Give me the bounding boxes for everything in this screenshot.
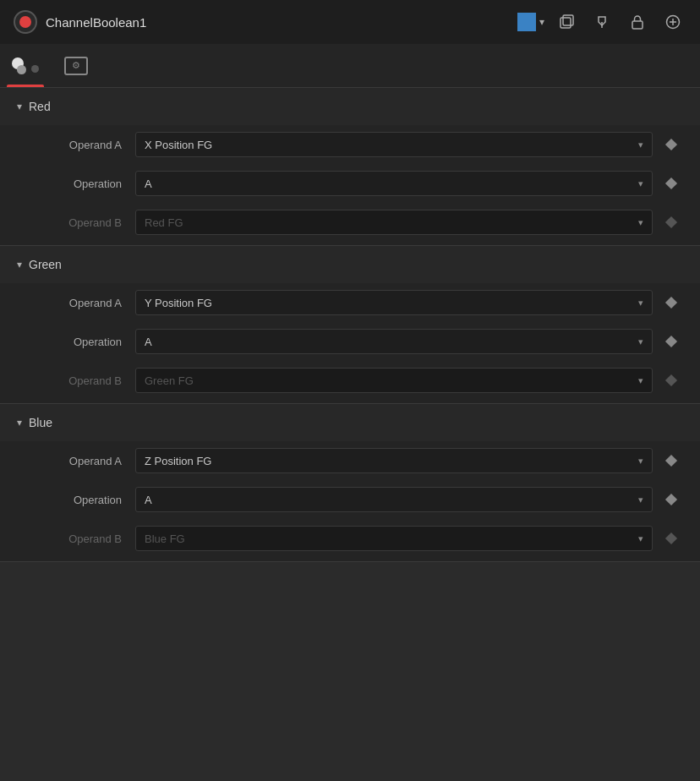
blue-operand-a-control: Z Position FG ▾: [135, 448, 653, 473]
blue-operation-diamond[interactable]: [659, 488, 683, 511]
red-chevron-icon: ▾: [17, 101, 22, 112]
red-operand-a-diamond[interactable]: [659, 133, 683, 156]
blue-operation-arrow-icon: ▾: [638, 494, 643, 505]
blue-operand-a-row: Operand A Z Position FG ▾: [0, 441, 700, 480]
green-operand-b-dropdown[interactable]: Green FG ▾: [135, 368, 653, 393]
section-green: ▾ Green Operand A Y Position FG ▾ Operat…: [0, 246, 700, 404]
title-bar-left: ChannelBoolean1: [14, 10, 507, 34]
pin-button[interactable]: [588, 8, 615, 36]
red-operand-b-value: Red FG: [145, 216, 183, 229]
red-operation-label: Operation: [17, 178, 135, 190]
blue-operand-a-value: Z Position FG: [145, 455, 211, 467]
red-operation-row: Operation A ▾: [0, 164, 700, 203]
svg-rect-1: [563, 15, 573, 25]
red-operand-a-value: X Position FG: [145, 139, 212, 151]
red-operation-diamond[interactable]: [659, 172, 683, 195]
red-operand-a-dropdown[interactable]: X Position FG ▾: [135, 132, 653, 157]
blue-section-title: Blue: [29, 416, 52, 429]
diamond-icon: [665, 336, 677, 347]
settings-icon: ⚙: [64, 57, 88, 75]
diamond-icon: [665, 139, 677, 150]
green-operation-diamond[interactable]: [659, 330, 683, 353]
green-operand-a-arrow-icon: ▾: [638, 298, 643, 309]
blue-operand-b-control: Blue FG ▾: [135, 526, 653, 551]
red-operand-b-row: Operand B Red FG ▾: [0, 203, 700, 242]
green-operation-value: A: [145, 336, 152, 348]
svg-rect-0: [561, 18, 571, 28]
green-operation-arrow-icon: ▾: [638, 336, 643, 347]
green-operand-a-row: Operand A Y Position FG ▾: [0, 283, 700, 322]
red-operand-a-control: X Position FG ▾: [135, 132, 653, 157]
section-blue-header[interactable]: ▾ Blue: [0, 404, 700, 441]
green-operation-label: Operation: [17, 336, 135, 348]
svg-rect-3: [632, 21, 643, 29]
green-operand-b-diamond[interactable]: [659, 369, 683, 392]
add-button[interactable]: [659, 8, 686, 36]
green-operand-a-label: Operand A: [17, 297, 135, 309]
title-bar: ChannelBoolean1 ▾: [0, 0, 700, 44]
green-operand-a-value: Y Position FG: [145, 297, 212, 309]
section-blue: ▾ Blue Operand A Z Position FG ▾ Operati…: [0, 404, 700, 562]
green-section-title: Green: [29, 258, 62, 271]
blue-operand-b-dropdown[interactable]: Blue FG ▾: [135, 526, 653, 551]
green-operand-a-diamond[interactable]: [659, 291, 683, 314]
blue-operation-dropdown[interactable]: A ▾: [135, 487, 653, 512]
green-operation-dropdown[interactable]: A ▾: [135, 329, 653, 354]
blue-operand-b-label: Operand B: [17, 532, 135, 545]
red-operand-b-arrow-icon: ▾: [638, 217, 643, 228]
green-operand-a-control: Y Position FG ▾: [135, 290, 653, 315]
diamond-icon: [665, 374, 677, 386]
green-operand-b-label: Operand B: [17, 374, 135, 387]
red-operand-a-label: Operand A: [17, 139, 135, 151]
red-section-title: Red: [29, 100, 51, 113]
section-red-header[interactable]: ▾ Red: [0, 88, 700, 125]
blue-operand-b-value: Blue FG: [145, 532, 185, 545]
blue-operand-a-dropdown[interactable]: Z Position FG ▾: [135, 448, 653, 473]
green-operand-b-arrow-icon: ▾: [638, 375, 643, 386]
green-chevron-icon: ▾: [17, 259, 22, 270]
blue-operation-value: A: [145, 494, 152, 506]
clone-button[interactable]: [553, 8, 580, 36]
green-operand-b-control: Green FG ▾: [135, 368, 653, 393]
diamond-icon: [665, 494, 677, 505]
color-square[interactable]: [517, 13, 536, 31]
green-operation-row: Operation A ▾: [0, 322, 700, 361]
section-red: ▾ Red Operand A X Position FG ▾ Operatio…: [0, 88, 700, 246]
red-operand-b-diamond[interactable]: [659, 210, 683, 234]
red-operand-b-dropdown[interactable]: Red FG ▾: [135, 210, 653, 235]
red-operation-control: A ▾: [135, 171, 653, 196]
record-dot: [19, 16, 31, 28]
diamond-icon: [665, 178, 677, 189]
tab-bar: ⚙: [0, 44, 700, 88]
tab-nodes[interactable]: [0, 44, 51, 87]
node-title: ChannelBoolean1: [46, 15, 146, 30]
lock-button[interactable]: [624, 8, 651, 36]
blue-operand-b-arrow-icon: ▾: [638, 533, 643, 544]
diamond-icon: [665, 297, 677, 309]
title-bar-right: ▾: [517, 8, 686, 36]
blue-operand-b-row: Operand B Blue FG ▾: [0, 519, 700, 558]
blue-operation-label: Operation: [17, 494, 135, 506]
red-operand-a-arrow-icon: ▾: [638, 139, 643, 150]
red-operation-arrow-icon: ▾: [638, 178, 643, 189]
diamond-icon: [665, 532, 677, 544]
tab-settings[interactable]: ⚙: [51, 44, 101, 87]
blue-operation-control: A ▾: [135, 487, 653, 512]
blue-operand-a-arrow-icon: ▾: [638, 456, 643, 467]
record-button[interactable]: [14, 10, 37, 34]
green-operand-a-dropdown[interactable]: Y Position FG ▾: [135, 290, 653, 315]
color-chevron-icon[interactable]: ▾: [539, 16, 544, 28]
red-operand-b-label: Operand B: [17, 216, 135, 229]
blue-operand-b-diamond[interactable]: [659, 527, 683, 550]
green-operand-b-value: Green FG: [145, 374, 194, 387]
green-operand-b-row: Operand B Green FG ▾: [0, 361, 700, 400]
color-picker-group[interactable]: ▾: [517, 13, 544, 31]
main-content: ▾ Red Operand A X Position FG ▾ Operatio…: [0, 88, 700, 562]
blue-operand-a-diamond[interactable]: [659, 449, 683, 472]
red-operation-dropdown[interactable]: A ▾: [135, 171, 653, 196]
blue-operand-a-label: Operand A: [17, 455, 135, 467]
red-operation-value: A: [145, 178, 152, 190]
blue-chevron-icon: ▾: [17, 417, 22, 429]
section-green-header[interactable]: ▾ Green: [0, 246, 700, 283]
blue-operation-row: Operation A ▾: [0, 480, 700, 519]
